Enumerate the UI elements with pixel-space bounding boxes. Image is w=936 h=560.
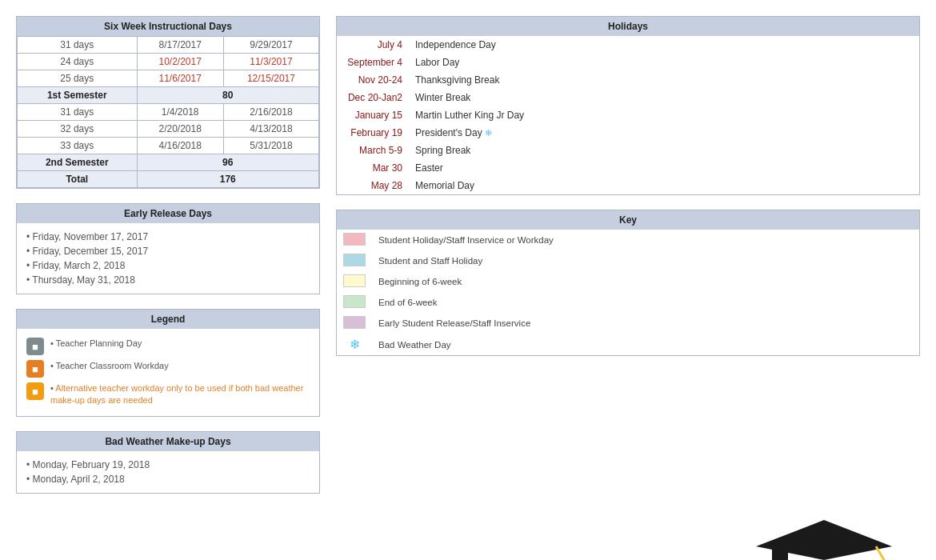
holiday-name: Spring Break xyxy=(409,142,919,159)
legend-item-1: ■ • Teacher Planning Day xyxy=(26,335,310,358)
holiday-name: Labor Day xyxy=(409,54,919,71)
holiday-date: July 4 xyxy=(337,36,409,54)
planning-icon: ■ xyxy=(26,338,44,355)
wisd-logo: W I S D 🔥 xyxy=(744,516,904,560)
holiday-date: February 19 xyxy=(337,124,409,142)
legend-section: Legend ■ • Teacher Planning Day ■ • Teac… xyxy=(16,309,320,417)
holiday-date: Nov 20-24 xyxy=(337,71,409,89)
bad-weather-list: • Monday, February 19, 2018• Monday, Apr… xyxy=(17,451,319,493)
key-label: Early Student Release/Staff Inservice xyxy=(372,313,919,334)
bad-weather-item: • Monday, February 19, 2018 xyxy=(26,458,310,472)
holiday-row: January 15Martin Luther King Jr Day xyxy=(337,106,919,124)
key-swatch xyxy=(337,313,372,334)
key-label: Student and Staff Holiday xyxy=(372,250,919,271)
key-swatch xyxy=(337,292,372,313)
holiday-row: Dec 20-Jan2Winter Break xyxy=(337,89,919,106)
holiday-name: Independence Day xyxy=(409,36,919,54)
holidays-table: July 4Independence DaySeptember 4Labor D… xyxy=(337,36,919,194)
legend-title: Legend xyxy=(17,310,319,329)
holiday-date: Mar 30 xyxy=(337,159,409,177)
holidays-title: Holidays xyxy=(337,17,919,36)
key-row: Student Holiday/Staff Inservice or Workd… xyxy=(337,230,919,250)
legend-label-1: • Teacher Planning Day xyxy=(50,338,142,350)
holidays-section: Holidays July 4Independence DaySeptember… xyxy=(336,16,920,195)
holiday-date: September 4 xyxy=(337,54,409,71)
classroom-icon: ■ xyxy=(26,360,44,378)
legend-label-3: • Alternative teacher workday only to be… xyxy=(50,382,310,407)
holiday-date: May 28 xyxy=(337,177,409,194)
legend-item-3: ■ • Alternative teacher workday only to … xyxy=(26,380,310,410)
key-row: Beginning of 6-week xyxy=(337,271,919,292)
bad-weather-title: Bad Weather Make-up Days xyxy=(17,432,319,451)
key-label: Bad Weather Day xyxy=(372,334,919,355)
holiday-row: September 4Labor Day xyxy=(337,54,919,71)
key-label: Student Holiday/Staff Inservice or Workd… xyxy=(372,230,919,250)
holiday-name: Thanksgiving Break xyxy=(409,71,919,89)
key-title: Key xyxy=(337,210,919,230)
key-row: Early Student Release/Staff Inservice xyxy=(337,313,919,334)
holiday-row: Nov 20-24Thanksgiving Break xyxy=(337,71,919,89)
six-week-table: 31 days8/17/20179/29/201724 days10/2/201… xyxy=(17,36,319,188)
six-week-section: Six Week Instructional Days 31 days8/17/… xyxy=(16,16,320,189)
holiday-name: Winter Break xyxy=(409,89,919,106)
legend-item-2: ■ • Teacher Classroom Workday xyxy=(26,358,310,380)
key-swatch xyxy=(337,230,372,250)
early-release-item: • Thursday, May 31, 2018 xyxy=(26,273,310,287)
early-release-list: • Friday, November 17, 2017• Friday, Dec… xyxy=(17,223,319,294)
early-release-item: • Friday, March 2, 2018 xyxy=(26,258,310,273)
key-label: Beginning of 6-week xyxy=(372,271,919,292)
key-label: End of 6-week xyxy=(372,292,919,313)
early-release-section: Early Release Days • Friday, November 17… xyxy=(16,203,320,294)
holiday-name: Easter xyxy=(409,159,919,177)
holiday-row: Mar 30Easter xyxy=(337,159,919,177)
key-swatch: ❄ xyxy=(337,334,372,355)
bad-weather-item: • Monday, April 2, 2018 xyxy=(26,472,310,486)
key-section: Key Student Holiday/Staff Inservice or W… xyxy=(336,210,920,356)
key-swatch xyxy=(337,271,372,292)
holiday-date: March 5-9 xyxy=(337,142,409,159)
holiday-name: President's Day ❄ xyxy=(409,124,919,142)
holiday-row: May 28Memorial Day xyxy=(337,177,919,194)
early-release-title: Early Release Days xyxy=(17,204,319,223)
key-row: End of 6-week xyxy=(337,292,919,313)
holiday-date: January 15 xyxy=(337,106,409,124)
key-swatch xyxy=(337,250,372,271)
svg-rect-1 xyxy=(772,546,788,560)
holiday-name: Martin Luther King Jr Day xyxy=(409,106,919,124)
alternative-icon: ■ xyxy=(26,382,44,400)
legend-label-2: • Teacher Classroom Workday xyxy=(50,360,169,372)
holiday-row: July 4Independence Day xyxy=(337,36,919,54)
holiday-row: February 19President's Day ❄ xyxy=(337,124,919,142)
holiday-name: Memorial Day xyxy=(409,177,919,194)
bad-weather-section: Bad Weather Make-up Days • Monday, Febru… xyxy=(16,431,320,494)
early-release-item: • Friday, November 17, 2017 xyxy=(26,230,310,244)
holiday-date: Dec 20-Jan2 xyxy=(337,89,409,106)
graduation-cap-icon xyxy=(752,516,896,560)
key-row: Student and Staff Holiday xyxy=(337,250,919,271)
six-week-title: Six Week Instructional Days xyxy=(17,17,319,36)
early-release-item: • Friday, December 15, 2017 xyxy=(26,244,310,258)
key-table: Student Holiday/Staff Inservice or Workd… xyxy=(337,230,919,355)
key-row: ❄Bad Weather Day xyxy=(337,334,919,355)
legend-box: ■ • Teacher Planning Day ■ • Teacher Cla… xyxy=(17,329,319,416)
bottom-area: Board Approved 3.16.2017 W I S D 🔥 xyxy=(16,516,920,560)
holiday-row: March 5-9Spring Break xyxy=(337,142,919,159)
